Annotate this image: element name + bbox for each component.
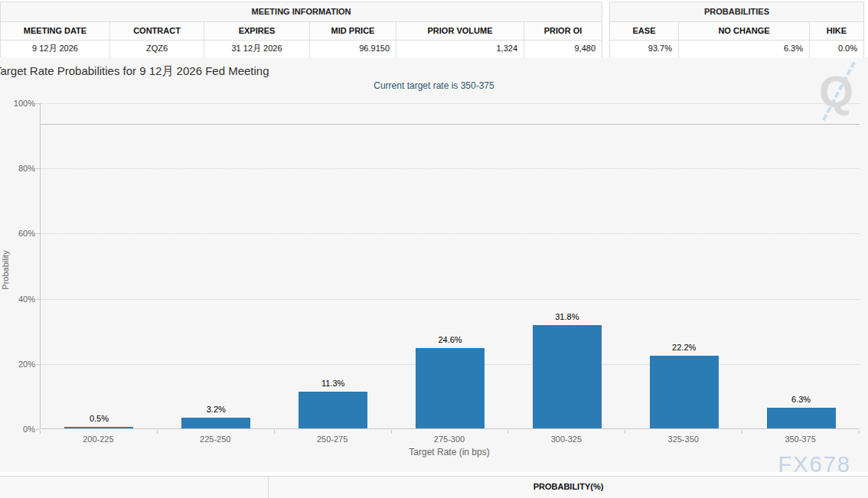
bar-value-label-300-325: 31.8% (533, 312, 602, 321)
contract-value: ZQZ6 (110, 41, 204, 57)
bar-200-225[interactable] (64, 427, 133, 428)
bar-value-label-225-250: 3.2% (181, 405, 250, 414)
bar-value-label-275-300: 24.6% (416, 335, 485, 344)
target-rate-probability-chart: Target Rate Probabilities for 9 12月 2026… (0, 57, 868, 472)
y-tick (36, 103, 40, 104)
y-tick (36, 233, 40, 234)
footer-spacer-cell (0, 477, 269, 498)
fx678-watermark: FX678 (778, 452, 851, 477)
x-category-label-325-350: 325-350 (638, 435, 729, 444)
meeting-information-header-row: MEETING DATE CONTRACT EXPIRES MID PRICE … (1, 22, 602, 41)
col-contract: CONTRACT (110, 22, 204, 40)
bar-value-label-200-225: 0.5% (64, 414, 133, 423)
x-tick (274, 430, 275, 434)
gridline-80% (41, 168, 860, 169)
y-tick-label-100%: 100% (5, 99, 35, 108)
col-no-change: NO CHANGE (679, 22, 810, 40)
ease-value: 93.7% (610, 41, 679, 57)
footer-bar: PROBABILITY(%) (0, 476, 868, 498)
col-prior-oi: PRIOR OI (524, 22, 602, 40)
x-category-label-350-375: 350-375 (755, 435, 847, 444)
probabilities-title: PROBABILITIES (610, 2, 863, 22)
no-change-value: 6.3% (679, 41, 810, 57)
bar-275-300[interactable] (416, 348, 485, 428)
x-tick (157, 430, 158, 434)
x-category-label-225-250: 225-250 (169, 435, 261, 444)
expires-value: 31 12月 2026 (204, 41, 310, 57)
bar-225-250[interactable] (181, 418, 250, 428)
bar-value-label-350-375: 6.3% (767, 395, 836, 404)
chart-title: Target Rate Probabilities for 9 12月 2026… (0, 64, 269, 79)
reference-line-93.7 (41, 124, 860, 125)
col-prior-volume: PRIOR VOLUME (396, 22, 524, 40)
col-mid-price: MID PRICE (310, 22, 396, 40)
hike-value: 0.0% (810, 41, 863, 57)
mid-price-value: 96.9150 (310, 41, 396, 57)
meeting-date-value: 9 12月 2026 (1, 41, 110, 57)
plot-area: Q 0.5%3.2%11.3%24.6%31.8%22.2%6.3% (40, 103, 859, 429)
top-tables: MEETING INFORMATION MEETING DATE CONTRAC… (0, 0, 868, 57)
bar-value-label-250-275: 11.3% (299, 379, 367, 388)
meeting-information-table: MEETING INFORMATION MEETING DATE CONTRAC… (0, 2, 602, 58)
y-tick-label-20%: 20% (5, 360, 35, 369)
meeting-information-value-row: 9 12月 2026 ZQZ6 31 12月 2026 96.9150 1,32… (1, 41, 602, 57)
col-hike: HIKE (810, 22, 863, 40)
x-tick (391, 430, 392, 434)
col-ease: EASE (610, 22, 679, 40)
chart-subtitle: Current target rate is 350-375 (0, 80, 868, 91)
x-tick (859, 430, 860, 434)
probabilities-header-row: EASE NO CHANGE HIKE (610, 22, 863, 41)
quikstrike-q-watermark: Q (803, 63, 858, 120)
y-tick-label-40%: 40% (5, 295, 35, 304)
y-tick-label-60%: 60% (5, 229, 35, 238)
gridline-40% (41, 299, 860, 300)
prior-oi-value: 9,480 (524, 41, 602, 57)
col-meeting-date: MEETING DATE (1, 22, 110, 40)
prior-volume-value: 1,324 (396, 41, 524, 57)
col-expires: EXPIRES (204, 22, 310, 40)
x-tick (40, 430, 41, 434)
meeting-information-title: MEETING INFORMATION (1, 2, 602, 22)
y-tick-label-0%: 0% (5, 425, 35, 434)
gridline-100% (41, 103, 860, 104)
y-tick-label-80%: 80% (5, 164, 35, 173)
bar-250-275[interactable] (299, 392, 367, 428)
x-tick (742, 430, 742, 434)
bar-300-325[interactable] (533, 325, 602, 428)
x-category-label-250-275: 250-275 (286, 435, 378, 444)
footer-probability-header: PROBABILITY(%) (269, 477, 868, 498)
probabilities-value-row: 93.7% 6.3% 0.0% (610, 41, 863, 57)
y-tick (36, 299, 40, 300)
x-tick (625, 430, 625, 434)
x-category-label-300-325: 300-325 (520, 435, 612, 444)
bar-325-350[interactable] (650, 356, 719, 428)
bar-350-375[interactable] (767, 408, 836, 428)
y-tick (36, 364, 40, 365)
x-category-label-200-225: 200-225 (52, 435, 144, 444)
y-tick (36, 168, 40, 169)
x-category-label-275-300: 275-300 (403, 435, 495, 444)
x-axis-title: Target Rate (in bps) (40, 447, 859, 457)
bar-value-label-325-350: 22.2% (650, 343, 719, 352)
x-tick (507, 430, 508, 434)
gridline-60% (41, 233, 860, 234)
probabilities-table: PROBABILITIES EASE NO CHANGE HIKE 93.7% … (609, 2, 864, 58)
